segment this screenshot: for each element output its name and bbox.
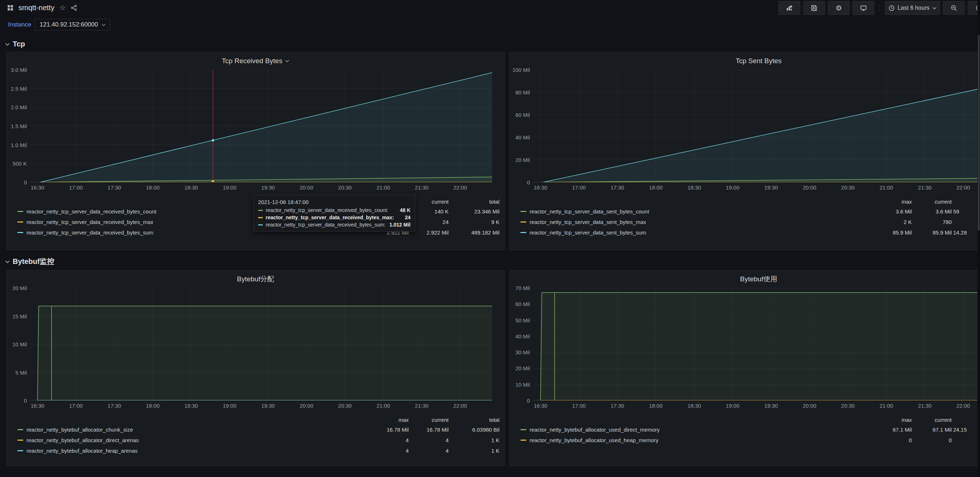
panel-tcp-sent-bytes: Tcp Sent Bytes 020 Mil40 Mil60 Mil80 Mil… [509,52,980,250]
chevron-down-icon [5,43,10,46]
legend-max-value: 67.1 Mil [865,426,912,433]
chevron-down-icon [285,60,289,62]
legend-series-toggle[interactable]: reactor_netty_bytebuf_allocator_chunk_si… [18,426,361,433]
legend-total-value: 59 [952,208,980,215]
legend-total-value: 14.28 [952,229,980,235]
legend-header-row: max current total [18,415,500,425]
tooltip-series-row: reactor_netty_tcp_server_data_received_b… [258,221,410,228]
series-color-dash [258,217,263,218]
time-range-picker[interactable]: Last 6 hours [885,1,940,15]
x-axis-labels: 16:3017:0017:3018:0018:3019:0019:3020:00… [6,183,504,193]
legend: max current total reactor_netty_tcp_serv… [510,197,980,238]
chart-plot[interactable] [533,288,980,401]
legend-row: reactor_netty_tcp_server_data_sent_bytes… [520,217,980,227]
legend-current-value: 4 [409,448,449,454]
panel-title-menu[interactable]: Bytebuf分配 [6,270,504,288]
apps-grid-icon[interactable] [7,5,13,11]
section-row-tcp[interactable]: Tcp [5,40,980,48]
series-color-dash [258,210,263,211]
add-panel-button[interactable] [778,1,800,15]
section-row-bytebuf[interactable]: Bytebuf监控 [5,257,980,266]
time-range-label: Last 6 hours [897,5,929,11]
legend-total-value: 1 K [449,448,500,454]
vertical-scrollbar[interactable] [977,0,980,477]
series-color-dash [18,429,23,430]
chart-plot[interactable] [30,70,492,182]
legend-header-total[interactable]: total [952,417,980,423]
panel-tcp-received-bytes: Tcp Received Bytes 0500 K1.0 Mil1.5 Mil2… [6,52,505,250]
y-axis-labels: 020 Mil40 Mil60 Mil80 Mil100 Mil [510,70,533,182]
legend-header-total[interactable]: total [449,199,500,205]
dashboard-title[interactable]: smqtt-netty [19,4,54,12]
legend-header-total[interactable]: total [449,417,500,423]
legend-header-max[interactable]: max [361,417,409,423]
save-dashboard-button[interactable] [803,1,825,15]
panel-title-menu[interactable]: Tcp Received Bytes [6,52,504,70]
scrollbar-thumb[interactable] [978,35,980,231]
share-icon[interactable] [71,5,77,11]
submenu: Instance 121.40.92.152:60000 [8,19,980,30]
variable-label: Instance [8,21,31,28]
legend-current-value: 4 [409,437,449,443]
y-axis-labels: 0500 K1.0 Mil1.5 Mil2.0 Mil2.5 Mil3.0 Mi… [6,70,30,182]
legend-total-value: 23.346 Mil [449,208,500,215]
panel-title-menu[interactable]: Bytebuf使用 [510,270,980,288]
legend-row: reactor_netty_bytebuf_allocator_used_hea… [520,435,980,445]
legend-row: reactor_netty_bytebuf_allocator_chunk_si… [18,425,500,435]
legend-header-current[interactable]: current [409,417,449,423]
legend-current-value: 16.78 Mil [409,426,449,433]
cycle-view-mode-button[interactable] [853,1,874,15]
divider [880,4,880,12]
series-color-dash [18,440,23,441]
series-color-dash [18,211,23,212]
legend-header-row: max current total [520,415,980,425]
section-title: Bytebuf监控 [13,257,54,266]
legend-row: reactor_netty_bytebuf_allocator_used_dir… [520,425,980,435]
legend-row: reactor_netty_bytebuf_allocator_heap_are… [18,445,500,456]
legend-series-toggle[interactable]: reactor_netty_bytebuf_allocator_used_hea… [520,437,865,443]
legend-header-current[interactable]: current [912,417,952,423]
star-icon[interactable]: ☆ [59,4,66,11]
series-color-dash [520,211,526,212]
panel-bytebuf-alloc: Bytebuf分配 05 Mil10 Mil15 Mil20 Mil 16:30… [6,270,505,466]
legend-header-total[interactable]: total [952,199,980,205]
legend-max-value: 2 K [865,219,912,225]
legend-current-value: 0 [912,437,952,443]
y-axis-labels: 05 Mil10 Mil15 Mil20 Mil [6,288,30,401]
x-axis-labels: 16:3017:0017:3018:0018:3019:0019:3020:00… [6,401,504,411]
legend-max-value: 3.6 Mil [865,208,912,215]
panel-title: Tcp Received Bytes [222,57,282,65]
legend-max-value: 0 [865,437,912,443]
legend-max-value: 16.78 Mil [361,426,409,433]
legend-header-row: max current total [520,197,980,206]
legend-current-value: 3.6 Mil [912,208,952,215]
chart-plot[interactable] [533,70,980,182]
legend-series-toggle[interactable]: reactor_netty_bytebuf_allocator_heap_are… [18,448,361,454]
legend-header-max[interactable]: max [865,417,912,423]
chart-plot[interactable] [30,288,492,401]
legend-series-toggle[interactable]: reactor_netty_tcp_server_data_sent_bytes… [520,208,865,215]
series-color-dash [520,429,526,430]
legend-total-value: 6.03980 Bil [449,426,500,433]
legend-series-toggle[interactable]: reactor_netty_tcp_server_data_sent_bytes… [520,219,865,225]
legend-header-max[interactable]: max [865,199,912,205]
legend-series-toggle[interactable]: reactor_netty_bytebuf_allocator_direct_a… [18,437,361,443]
legend-series-toggle[interactable]: reactor_netty_tcp_server_data_sent_bytes… [520,229,865,235]
dashboard-settings-button[interactable]: ⚙ [828,1,850,15]
legend-total-value: 24.15 [952,426,980,433]
legend-current-value: 85.9 Mil [912,229,952,235]
legend-header-current[interactable]: current [912,199,952,205]
instance-dropdown[interactable]: 121.40.92.152:60000 [35,19,110,30]
zoom-out-time-button[interactable] [943,1,965,15]
panel-bytebuf-used: Bytebuf使用 010 Mil20 Mil30 Mil40 Mil50 Mi… [509,270,980,466]
legend-row: reactor_netty_tcp_server_data_sent_bytes… [520,206,980,217]
legend-series-toggle[interactable]: reactor_netty_bytebuf_allocator_used_dir… [520,426,865,433]
panel-title-menu[interactable]: Tcp Sent Bytes [510,52,980,70]
tooltip-series-row-highlighted: reactor_netty_tcp_server_data_received_b… [258,214,410,221]
section-title: Tcp [13,40,25,48]
legend-total-value: 1 K [449,437,500,443]
gear-icon: ⚙ [835,4,842,12]
series-color-dash [258,224,263,226]
panel-title: Bytebuf使用 [740,274,777,284]
series-color-dash [520,221,526,223]
